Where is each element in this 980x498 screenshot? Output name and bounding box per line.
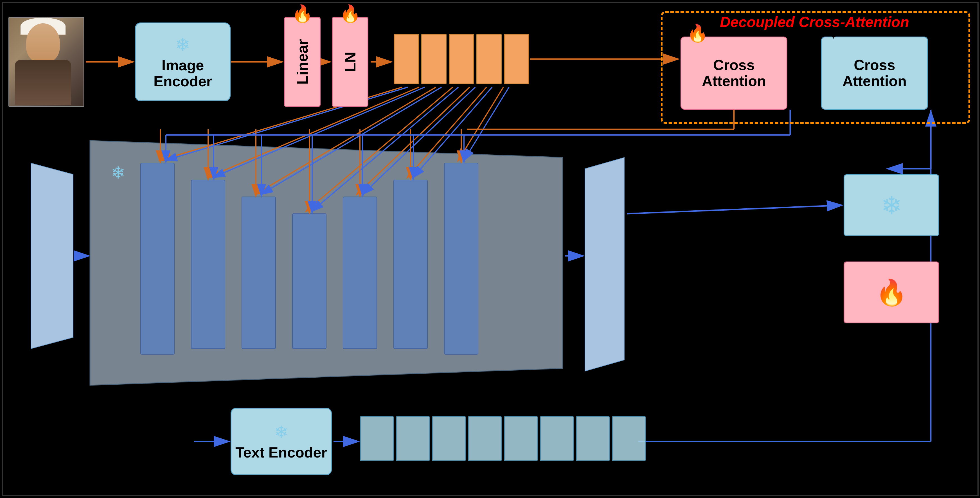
text-tokens (360, 416, 646, 461)
right-fire-box: 🔥 (844, 261, 939, 323)
token-cell-3 (449, 34, 474, 84)
svg-text:❄: ❄ (111, 163, 125, 182)
fire-icon-cross-attn: 🔥 (687, 23, 708, 43)
svg-rect-4 (293, 214, 326, 349)
snowflake-icon-text: ❄ (274, 422, 288, 442)
svg-line-29 (464, 87, 509, 160)
svg-line-19 (307, 87, 453, 211)
fire-icon-right: 🔥 (876, 278, 907, 307)
token-cell-5 (504, 34, 529, 84)
svg-marker-0 (90, 141, 562, 385)
svg-line-32 (627, 205, 841, 214)
feature-tokens (394, 34, 529, 84)
cross-attention-fire-box: 🔥 CrossAttention (681, 37, 788, 110)
token-cell-1 (394, 34, 419, 84)
svg-rect-3 (242, 197, 275, 349)
svg-marker-9 (585, 158, 624, 371)
svg-line-20 (357, 87, 469, 194)
right-frozen-box: ❄ (844, 174, 939, 236)
snowflake-icon-right: ❄ (881, 191, 902, 220)
text-token-5 (504, 416, 538, 461)
text-token-6 (540, 416, 574, 461)
fire-icon-linear: 🔥 (292, 4, 313, 24)
svg-line-28 (414, 87, 492, 177)
svg-rect-1 (141, 163, 174, 354)
linear-box: 🔥 Linear (284, 17, 321, 107)
svg-rect-2 (191, 180, 225, 349)
snowflake-icon: ❄ (175, 34, 190, 55)
text-token-2 (396, 416, 430, 461)
fire-icon-ln: 🔥 (340, 4, 361, 24)
text-token-1 (360, 416, 394, 461)
text-token-7 (576, 416, 610, 461)
cross-attention-fire-label: CrossAttention (702, 57, 766, 89)
token-cell-2 (421, 34, 447, 84)
svg-marker-8 (31, 163, 73, 349)
text-encoder-label: Text Encoder (235, 444, 327, 461)
image-encoder-box: ❄ Image Encoder (135, 22, 231, 101)
ln-box: 🔥 LN (332, 17, 368, 107)
diagram-container: ❄ (0, 0, 980, 498)
text-token-8 (612, 416, 646, 461)
text-token-3 (432, 416, 466, 461)
svg-rect-6 (394, 180, 428, 349)
snowflake-icon-cross-attn: ❄ (827, 25, 840, 42)
ln-label: LN (341, 52, 359, 72)
svg-rect-7 (444, 163, 478, 354)
text-encoder-box: ❄ Text Encoder (231, 408, 332, 475)
cross-attention-snow-label: CrossAttention (843, 57, 907, 89)
text-token-4 (468, 416, 502, 461)
svg-line-21 (408, 87, 487, 177)
svg-line-27 (363, 87, 475, 194)
image-encoder-label: Image Encoder (136, 57, 230, 89)
svg-rect-5 (343, 197, 377, 349)
token-cell-4 (476, 34, 502, 84)
svg-line-22 (458, 87, 503, 160)
cross-attention-snow-box: ❄ CrossAttention (821, 37, 928, 110)
portrait-image (8, 17, 84, 107)
linear-label: Linear (294, 39, 311, 84)
dca-label: Decoupled Cross-Attention (720, 13, 909, 30)
